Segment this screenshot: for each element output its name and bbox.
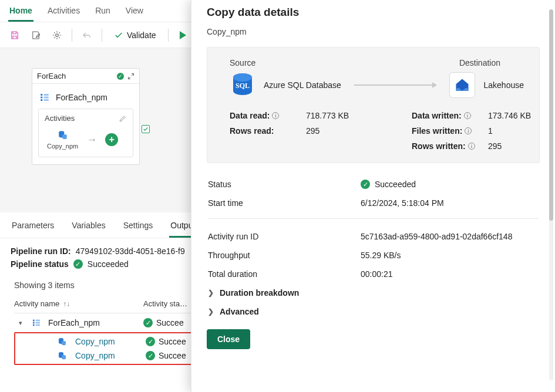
source-name: Azure SQL Database (264, 80, 341, 90)
add-activity-button[interactable]: + (105, 133, 118, 146)
info-icon[interactable]: i (465, 127, 472, 134)
inner-activities-box: Activities Copy_npm → (38, 109, 133, 157)
svg-point-20 (233, 73, 252, 82)
svg-rect-1 (41, 94, 42, 96)
copy-data-icon (58, 351, 67, 360)
copy-details-panel: Copy data details Copy_npm Source Destin… (191, 0, 555, 392)
duration-breakdown-label: Duration breakdown (220, 288, 299, 298)
pipeline-status-label: Pipeline status (11, 259, 69, 269)
activity-run-id-label: Activity run ID (208, 232, 361, 241)
svg-point-0 (56, 33, 59, 36)
panel-subtitle: Copy_npm (207, 27, 540, 36)
pipeline-status-value: Succeeded (88, 259, 129, 269)
svg-rect-6 (44, 99, 49, 101)
rows-read-value: 295 (306, 126, 319, 136)
arrow-right-icon: → (86, 134, 97, 146)
foreach-card-title: ForEach (37, 72, 66, 80)
activity-status: Succee (156, 318, 184, 327)
save-as-button[interactable] (27, 26, 45, 44)
svg-rect-14 (36, 325, 40, 326)
data-read-value: 718.773 KB (306, 111, 349, 120)
settings-button[interactable] (48, 26, 66, 44)
success-icon: ✓ (361, 180, 370, 189)
check-icon (114, 31, 123, 40)
copy-data-icon (58, 130, 68, 140)
activity-name[interactable]: Copy_npm (75, 351, 115, 360)
svg-rect-2 (41, 97, 42, 99)
source-destination-card: Source Destination SQL Azure SQL Databas… (207, 47, 540, 163)
foreach-node[interactable]: ForEach_npm (38, 89, 133, 109)
tab-home[interactable]: Home (8, 4, 33, 22)
svg-rect-13 (36, 322, 40, 324)
success-icon: ✓ (146, 351, 155, 360)
svg-rect-4 (44, 94, 49, 96)
save-button[interactable] (6, 26, 23, 44)
panel-title: Copy data details (207, 6, 540, 19)
tab-variables[interactable]: Variables (70, 218, 106, 238)
start-time-label: Start time (208, 198, 361, 208)
copy-data-icon (58, 337, 67, 346)
activities-label: Activities (45, 114, 75, 123)
scrollbar[interactable] (549, 9, 553, 380)
advanced-expander[interactable]: ❯ Advanced (208, 302, 539, 321)
source-heading: Source (230, 58, 255, 67)
copy-mini-label: Copy_npm (47, 143, 78, 150)
status-label: Status (208, 180, 361, 189)
foreach-activity-card[interactable]: ForEach ✓ ForEach_npm Activities (32, 68, 140, 165)
plus-icon: + (109, 134, 115, 145)
foreach-icon (32, 318, 41, 327)
total-duration-label: Total duration (208, 269, 361, 279)
tab-view[interactable]: View (125, 4, 144, 22)
svg-rect-3 (41, 99, 42, 101)
info-icon[interactable]: i (272, 112, 279, 119)
activity-name[interactable]: Copy_npm (75, 337, 115, 346)
total-duration-value: 00:00:21 (361, 269, 393, 279)
tab-parameters[interactable]: Parameters (11, 218, 55, 238)
destination-name: Lakehouse (483, 80, 524, 90)
pencil-icon[interactable] (119, 114, 127, 123)
toolbar-divider (72, 29, 72, 42)
undo-button[interactable] (78, 26, 96, 44)
close-button[interactable]: Close (207, 329, 250, 349)
scrollbar-thumb[interactable] (549, 9, 553, 221)
activity-run-id-value: 5c7163ad-a959-4800-ad91-02daf66cf148 (361, 232, 512, 241)
validate-button[interactable]: Validate (108, 28, 162, 42)
svg-rect-12 (36, 320, 40, 322)
activity-name: ForEach_npm (48, 318, 100, 327)
output-port-success[interactable] (142, 125, 150, 133)
data-read-label: Data read:i (230, 111, 300, 120)
success-icon: ✓ (146, 337, 155, 346)
files-written-value: 1 (488, 126, 493, 136)
rows-read-label: Rows read: (230, 126, 300, 136)
duration-breakdown-expander[interactable]: ❯ Duration breakdown (208, 283, 539, 302)
data-written-value: 173.746 KB (488, 111, 531, 120)
sort-icon: ↑↓ (63, 300, 70, 308)
validate-label: Validate (127, 31, 156, 40)
toolbar-divider-2 (102, 29, 102, 42)
chevron-down-icon[interactable]: ▾ (16, 319, 25, 327)
activity-status: Succee (159, 337, 186, 346)
svg-text:SQL: SQL (236, 82, 250, 90)
tab-run[interactable]: Run (94, 4, 112, 22)
toolbar-divider-3 (168, 29, 169, 42)
collapse-icon[interactable] (127, 73, 134, 80)
info-icon[interactable]: i (464, 112, 471, 119)
check-small-icon (143, 126, 149, 132)
col-activity-name-header[interactable]: Activity name ↑↓ (14, 299, 143, 308)
tab-activities[interactable]: Activities (46, 4, 81, 22)
files-written-label: Files written:i (412, 126, 482, 136)
svg-rect-9 (33, 320, 35, 322)
play-icon (180, 31, 186, 39)
activity-status: Succee (159, 351, 186, 360)
throughput-value: 55.29 KB/s (361, 251, 401, 260)
lakehouse-icon (449, 72, 475, 98)
tab-settings-lower[interactable]: Settings (122, 218, 154, 238)
run-button[interactable] (174, 26, 192, 44)
advanced-label: Advanced (220, 307, 259, 316)
info-icon[interactable]: i (468, 143, 475, 150)
chevron-right-icon: ❯ (208, 289, 215, 297)
copy-activity-mini[interactable]: Copy_npm (47, 130, 78, 150)
divider (208, 218, 539, 219)
success-icon: ✓ (143, 318, 153, 327)
sql-database-icon: SQL (230, 72, 255, 98)
